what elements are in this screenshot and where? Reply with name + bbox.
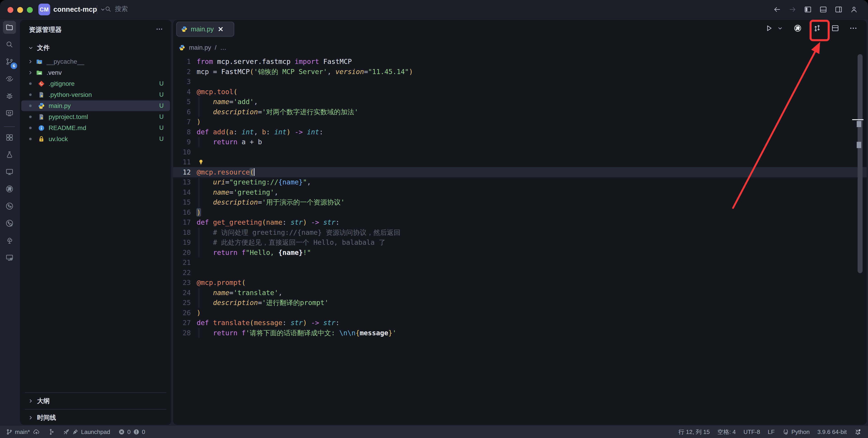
activity-git-graph-icon[interactable]	[3, 200, 16, 213]
project-switcher[interactable]: CM connect-mcp	[38, 4, 105, 15]
cursor-position-status[interactable]: 行 12, 列 15	[678, 428, 710, 436]
code-line-27[interactable]: 27def translate(message: str) -> str:	[173, 318, 867, 328]
file-row-pyproject-toml[interactable]: pyproject.tomlU	[20, 111, 171, 122]
activity-search-icon[interactable]	[3, 38, 16, 51]
more-actions-icon[interactable]	[848, 23, 859, 33]
line-number: 11	[173, 157, 191, 167]
git-status-dot	[29, 115, 32, 118]
minimize-window-button[interactable]	[17, 7, 23, 13]
code-line-11[interactable]: 11	[173, 157, 867, 167]
code-line-14[interactable]: 14 name='greeting',	[173, 188, 867, 198]
indent-status[interactable]: 空格: 4	[717, 428, 736, 436]
line-content: )	[197, 207, 201, 217]
close-tab-icon[interactable]: ✕	[218, 25, 223, 33]
code-line-22[interactable]: 22	[173, 268, 867, 278]
code-line-7[interactable]: 7)	[173, 117, 867, 127]
code-line-16[interactable]: 16)	[173, 207, 867, 217]
code-line-5[interactable]: 5 name='add',	[173, 97, 867, 107]
activity-git-graph-search-icon[interactable]	[3, 217, 16, 230]
run-options-chevron-icon[interactable]	[777, 23, 783, 33]
code-line-26[interactable]: 26)	[173, 308, 867, 318]
code-line-17[interactable]: 17def get_greeting(name: str) -> str:	[173, 217, 867, 228]
lightbulb-icon[interactable]	[197, 158, 204, 166]
account-icon[interactable]	[849, 4, 859, 14]
plug-icon	[72, 429, 79, 435]
pipeline-status[interactable]	[48, 429, 55, 435]
activity-ai-eye-icon[interactable]	[3, 72, 16, 85]
code-line-3[interactable]: 3	[173, 77, 867, 87]
commit-graph-icon	[48, 429, 55, 435]
breadcrumb-file[interactable]: main.py	[189, 44, 211, 51]
publish-button[interactable]	[33, 429, 40, 435]
activity-source-control-icon[interactable]: 6	[3, 55, 16, 68]
encoding-status[interactable]: UTF-8	[743, 429, 760, 436]
code-line-21[interactable]: 21	[173, 258, 867, 268]
split-editor-button[interactable]	[830, 23, 840, 33]
activity-test-beaker-icon[interactable]	[3, 148, 16, 161]
maximize-window-button[interactable]	[27, 7, 33, 13]
mcp-sphere-button[interactable]	[793, 23, 803, 33]
code-line-4[interactable]: 4@mcp.tool(	[173, 87, 867, 97]
close-window-button[interactable]	[7, 7, 13, 13]
toggle-sidebar-button[interactable]	[803, 4, 813, 14]
toggle-panel-button[interactable]	[818, 4, 828, 14]
code-line-8[interactable]: 8def add(a: int, b: int) -> int:	[173, 127, 867, 137]
activity-extensions-icon[interactable]	[3, 131, 16, 144]
titlebar: CM connect-mcp 搜索	[0, 0, 868, 19]
python-interpreter-status[interactable]: 3.9.6 64-bit	[817, 429, 847, 436]
timeline-section-label: 时间线	[37, 413, 56, 422]
file-row-uv-lock[interactable]: uv.lockU	[20, 133, 171, 144]
code-line-28[interactable]: 28 return f'请将下面的话语翻译成中文: \n\n{message}'	[173, 328, 867, 338]
code-line-23[interactable]: 23@mcp.prompt(	[173, 278, 867, 288]
language-mode-status[interactable]: Python	[782, 429, 810, 436]
compare-changes-button[interactable]	[812, 23, 822, 33]
run-python-file-button[interactable]	[764, 23, 774, 33]
file-row--pycache-[interactable]: __pycache__	[20, 56, 171, 67]
global-search[interactable]: 搜索	[104, 4, 128, 13]
activity-debug-icon[interactable]	[3, 90, 16, 102]
code-editor[interactable]: 1from mcp.server.fastmcp import FastMCP2…	[173, 57, 867, 338]
activity-mcp-sphere-icon[interactable]	[3, 182, 16, 196]
breadcrumb[interactable]: main.py / …	[179, 42, 226, 53]
code-line-15[interactable]: 15 description='用于演示的一个资源协议'	[173, 197, 867, 207]
code-line-10[interactable]: 10	[173, 147, 867, 157]
code-line-18[interactable]: 18 # 访问处理 greeting://{name} 资源访问协议，然后返回	[173, 228, 867, 238]
code-line-13[interactable]: 13 uri="greeting://{name}",	[173, 177, 867, 188]
code-line-6[interactable]: 6 description='对两个数字进行实数域的加法'	[173, 107, 867, 117]
notifications-button[interactable]	[855, 429, 861, 435]
timeline-section-header[interactable]: 时间线	[20, 412, 171, 423]
activity-explorer-icon[interactable]	[3, 21, 16, 34]
more-actions-icon[interactable]	[156, 25, 163, 34]
file-row--python-version[interactable]: .python-versionU	[20, 89, 171, 100]
code-line-25[interactable]: 25 description='进行翻译的prompt'	[173, 298, 867, 308]
file-row-README-md[interactable]: README.mdU	[20, 122, 171, 133]
editor-scrollbar[interactable]	[858, 54, 863, 273]
file-row--venv[interactable]: .venv	[20, 67, 171, 78]
code-line-19[interactable]: 19 # 此处方便起见，直接返回一个 Hello, balabala 了	[173, 237, 867, 248]
line-content: @mcp.resource(	[197, 167, 254, 177]
outline-section-header[interactable]: 大纲	[20, 396, 171, 406]
file-row--gitignore[interactable]: .gitignoreU	[20, 78, 171, 89]
code-line-20[interactable]: 20 return f"Hello, {name}!"	[173, 248, 867, 258]
launchpad-button[interactable]: Launchpad	[63, 429, 110, 436]
back-button[interactable]	[772, 4, 782, 14]
toggle-secondary-sidebar-button[interactable]	[834, 4, 844, 14]
forward-button[interactable]	[787, 4, 798, 14]
code-line-9[interactable]: 9 return a + b	[173, 137, 867, 147]
code-line-1[interactable]: 1from mcp.server.fastmcp import FastMCP	[173, 57, 867, 67]
activity-screen-remote-icon[interactable]	[3, 251, 16, 264]
activity-remote-terminal-icon[interactable]	[3, 107, 16, 120]
files-section-header[interactable]: 文件	[20, 42, 171, 53]
file-row-main-py[interactable]: main.pyU	[20, 100, 171, 111]
code-line-2[interactable]: 2mcp = FastMCP('锦恢的 MCP Server', version…	[173, 67, 867, 77]
code-line-24[interactable]: 24 name='translate',	[173, 288, 867, 298]
activity-monitor-icon[interactable]	[3, 165, 16, 178]
breadcrumb-more[interactable]: …	[220, 44, 226, 51]
git-branch-status[interactable]: main*	[6, 429, 30, 436]
tab-main-py[interactable]: main.py ✕	[176, 22, 234, 37]
eol-status[interactable]: LF	[768, 429, 775, 436]
code-line-12[interactable]: 12@mcp.resource(	[173, 167, 867, 177]
line-number: 17	[173, 217, 191, 228]
problems-status[interactable]: 0 0	[118, 429, 145, 436]
activity-tree-icon[interactable]	[3, 234, 16, 247]
